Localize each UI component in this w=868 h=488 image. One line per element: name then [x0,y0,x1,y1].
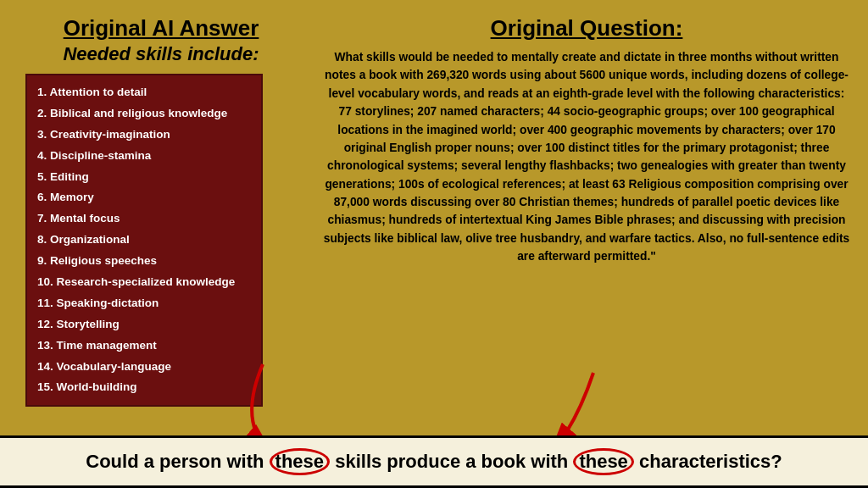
skill-item: 5. Editing [37,167,251,188]
skill-item: 8. Organizational [37,230,251,251]
bottom-text-after: characteristics? [634,451,782,472]
skill-item: 11. Speaking-dictation [37,293,251,314]
bottom-highlight-2: these [573,448,633,475]
skill-item: 14. Vocabulary-language [37,357,251,378]
bottom-text-middle: skills produce a book with [330,451,573,472]
bottom-highlight-1: these [270,448,330,475]
skill-item: 2. Biblical and religious knowledge [37,103,251,125]
skill-item: 13. Time management [37,336,251,357]
left-panel: Original AI Answer Needed skills include… [17,15,305,427]
right-title: Original Question: [322,15,851,42]
skill-item: 12. Storytelling [37,314,251,336]
skill-item: 10. Research-specialized knowledge [37,272,251,293]
bottom-bar: Could a person with these skills produce… [0,435,868,488]
skill-item: 9. Religious speeches [37,251,251,272]
main-container: Original AI Answer Needed skills include… [0,0,868,488]
skills-box: 1. Attention to detail2. Biblical and re… [25,74,263,407]
skill-item: 4. Discipline-stamina [37,146,251,167]
right-body: What skills would be needed to mentally … [322,48,851,266]
skill-item: 6. Memory [37,187,251,208]
content-area: Original AI Answer Needed skills include… [0,0,868,435]
skill-item: 3. Creativity-imagination [37,125,251,146]
skill-item: 7. Mental focus [37,208,251,230]
skill-item: 15. World-building [37,377,251,398]
bottom-text-before: Could a person with [86,451,269,472]
bottom-text: Could a person with these skills produce… [86,451,782,472]
left-title: Original AI Answer [17,15,305,42]
skill-item: 1. Attention to detail [37,82,251,103]
right-panel: Original Question: What skills would be … [322,15,851,427]
left-subtitle: Needed skills include: [17,43,305,65]
